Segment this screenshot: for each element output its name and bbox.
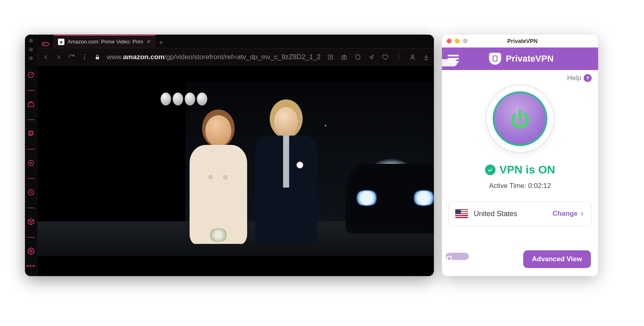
user-icon[interactable] [409, 54, 417, 60]
clock-icon[interactable] [25, 187, 37, 198]
svg-point-4 [30, 250, 32, 252]
close-icon[interactable]: ✕ [147, 39, 151, 45]
gamepad-icon[interactable] [37, 40, 54, 48]
tab-bar: a Amazon.com: Prime Video: Prim ✕ ＋ [37, 35, 434, 48]
help-link[interactable]: Help ? [442, 70, 598, 82]
separator: — [25, 84, 37, 95]
check-icon [485, 165, 495, 175]
play-circle-icon[interactable] [25, 158, 37, 169]
power-button[interactable] [494, 93, 546, 144]
change-location-link[interactable]: Change [553, 210, 585, 218]
svg-point-10 [343, 56, 345, 58]
back-icon[interactable] [42, 54, 50, 60]
send-icon[interactable] [367, 54, 376, 60]
tab-title: Amazon.com: Prime Video: Prim [68, 39, 143, 45]
download-icon[interactable] [422, 54, 430, 60]
shield-icon[interactable] [354, 54, 362, 60]
power-button-outer [486, 85, 554, 153]
url-prefix: www. [107, 53, 123, 61]
vpn-brand-bar: PrivateVPN [442, 47, 598, 70]
svg-rect-1 [28, 103, 34, 107]
svg-rect-7 [96, 57, 99, 59]
window-dot[interactable] [29, 39, 33, 43]
brand-text: PrivateVPN [506, 54, 554, 64]
window-controls [29, 39, 33, 60]
location-selector[interactable]: United States Change [448, 201, 592, 226]
change-label: Change [553, 210, 578, 218]
more-icon[interactable]: ••• [25, 261, 37, 272]
separator: — [25, 143, 37, 154]
window-title: PrivateVPN [471, 38, 574, 44]
new-tab-button[interactable]: ＋ [155, 37, 167, 48]
close-window-icon[interactable] [447, 39, 452, 43]
separator: — [25, 113, 37, 124]
active-time-label: Active Time: [489, 182, 528, 190]
window-dot[interactable] [29, 47, 33, 52]
video-player[interactable] [37, 66, 434, 276]
share-icon[interactable] [326, 54, 334, 60]
url-host: amazon.com [123, 53, 165, 61]
cube-icon[interactable] [25, 217, 37, 227]
location-name: United States [474, 210, 517, 218]
power-icon [508, 107, 532, 130]
gear-icon[interactable] [25, 246, 37, 257]
shield-icon [489, 53, 501, 65]
separator: — [25, 231, 37, 242]
flag-icon [455, 209, 468, 218]
window-dot[interactable] [29, 56, 33, 60]
help-icon: ? [584, 74, 592, 82]
active-time: Active Time: 0:02:12 [442, 182, 598, 190]
vpn-titlebar: PrivateVPN [442, 35, 598, 47]
browser-main: a Amazon.com: Prime Video: Prim ✕ ＋ ⋮ ww… [37, 35, 434, 276]
svg-rect-9 [342, 56, 347, 59]
url-path: /gp/video/storefront/ref=atv_dp_mv_c_9zZ… [165, 53, 321, 61]
reload-icon[interactable] [68, 54, 75, 60]
heart-icon[interactable] [381, 54, 389, 60]
chevron-right-icon [579, 211, 585, 217]
browser-sidebar: — — — — — — ••• [25, 35, 37, 276]
lock-icon[interactable] [94, 54, 101, 60]
advanced-view-button[interactable]: Advanced View [523, 250, 591, 268]
gauge-icon[interactable] [25, 70, 37, 80]
minimize-window-icon[interactable] [455, 39, 460, 43]
svg-rect-5 [42, 43, 49, 46]
brand-logo: PrivateVPN [487, 52, 554, 66]
address-bar: ⋮ www.amazon.com/gp/video/storefront/ref… [37, 48, 434, 66]
vpn-status: VPN is ON [442, 163, 598, 176]
url-field[interactable]: www.amazon.com/gp/video/storefront/ref=a… [107, 53, 321, 61]
vpn-window: PrivateVPN PrivateVPN Help ? [442, 35, 598, 276]
camera-icon[interactable] [340, 54, 348, 60]
browser-tab[interactable]: a Amazon.com: Prime Video: Prim ✕ [54, 35, 155, 48]
video-frame [37, 82, 434, 256]
active-time-value: 0:02:12 [528, 182, 551, 190]
twitch-icon[interactable] [25, 128, 37, 139]
briefcase-icon[interactable] [25, 99, 37, 110]
vpn-footer: Advanced View [442, 245, 598, 276]
separator: — [25, 202, 37, 213]
browser-window: — — — — — — ••• a Amazon.com: Prime Vide… [25, 35, 434, 276]
separator: — [25, 172, 37, 183]
tab-favicon: a [58, 39, 64, 45]
zoom-window-icon[interactable] [463, 39, 468, 43]
help-label: Help [567, 74, 581, 82]
status-text: VPN is ON [500, 163, 555, 176]
svg-point-11 [411, 55, 413, 57]
forward-icon[interactable] [55, 54, 62, 60]
